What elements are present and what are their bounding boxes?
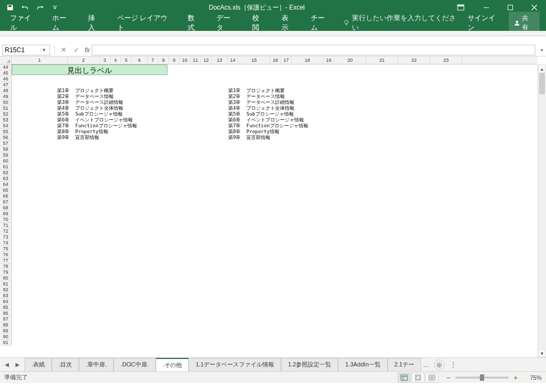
row-header[interactable]: 52 — [0, 111, 12, 117]
row-header[interactable]: 70 — [0, 217, 12, 223]
row-header[interactable]: 45 — [0, 70, 12, 76]
scroll-down-button[interactable]: ▼ — [538, 349, 546, 357]
vertical-scrollbar[interactable]: ▲ ▼ — [537, 64, 546, 357]
name-box[interactable]: R15C1 ▼ — [2, 45, 50, 55]
row-header[interactable]: 78 — [0, 264, 12, 270]
customize-qat-button[interactable] — [48, 1, 62, 14]
tabs-menu[interactable]: ⋮ — [448, 361, 459, 369]
save-button[interactable] — [3, 1, 17, 14]
column-header[interactable]: 1 — [12, 56, 68, 64]
enter-formula-button[interactable]: ✓ — [70, 46, 83, 54]
column-header[interactable]: 19 — [324, 56, 334, 64]
column-header[interactable]: 3 — [100, 56, 110, 64]
tabs-overflow[interactable]: ... — [421, 361, 431, 369]
column-header[interactable]: 9 — [169, 56, 180, 64]
sheet-tab[interactable]: 1.2参照設定一覧 — [281, 358, 338, 371]
row-header[interactable]: 64 — [0, 182, 12, 187]
column-header[interactable]: 2 — [68, 56, 100, 64]
row-header[interactable]: 76 — [0, 252, 12, 258]
zoom-out-button[interactable]: − — [445, 373, 452, 382]
row-header[interactable]: 58 — [0, 146, 12, 152]
row-header[interactable]: 61 — [0, 164, 12, 170]
row-header[interactable]: 55 — [0, 129, 12, 135]
tab-page-layout[interactable]: ページ レイアウト — [109, 15, 180, 31]
scroll-thumb[interactable] — [539, 73, 545, 94]
row-header[interactable]: 73 — [0, 234, 12, 240]
row-header[interactable]: 69 — [0, 211, 12, 217]
row-header[interactable]: 82 — [0, 287, 12, 293]
row-header[interactable]: 51 — [0, 105, 12, 111]
page-break-view-button[interactable] — [425, 373, 438, 382]
row-header[interactable]: 85 — [0, 305, 12, 311]
row-header[interactable]: 79 — [0, 270, 12, 275]
sheet-tab[interactable]: .DOC中扉. — [114, 358, 156, 371]
insert-function-button[interactable]: fx — [83, 46, 92, 54]
tab-review[interactable]: 校閲 — [244, 15, 274, 31]
column-header[interactable]: 22 — [398, 56, 430, 64]
column-header[interactable]: 17 — [281, 56, 292, 64]
row-header[interactable]: 72 — [0, 228, 12, 234]
row-header[interactable]: 66 — [0, 193, 12, 199]
undo-button[interactable] — [18, 1, 32, 14]
row-header[interactable]: 53 — [0, 117, 12, 123]
zoom-slider[interactable] — [455, 377, 509, 379]
minimize-button[interactable] — [474, 0, 498, 15]
row-header[interactable]: 63 — [0, 176, 12, 182]
tab-file[interactable]: ファイル — [2, 15, 44, 31]
tell-me-search[interactable]: 実行したい作業を入力してください — [339, 13, 461, 32]
share-button[interactable]: 共有 — [509, 12, 540, 34]
sheet-tab[interactable]: 1.1データベースファイル情報 — [189, 358, 281, 371]
tab-team[interactable]: チーム — [303, 15, 339, 31]
sheet-tab[interactable]: .その他 — [156, 358, 189, 371]
row-header[interactable]: 84 — [0, 299, 12, 305]
row-header[interactable]: 48 — [0, 88, 12, 94]
column-header[interactable]: 5 — [121, 56, 132, 64]
row-header[interactable]: 81 — [0, 281, 12, 287]
row-header[interactable]: 65 — [0, 187, 12, 193]
heading-label-cell[interactable]: 見出しラベル — [12, 64, 167, 75]
row-header[interactable]: 67 — [0, 199, 12, 205]
row-header[interactable]: 74 — [0, 240, 12, 246]
zoom-in-button[interactable]: + — [512, 373, 519, 382]
column-header[interactable]: 21 — [366, 56, 398, 64]
row-header[interactable]: 62 — [0, 170, 12, 176]
column-header[interactable]: 15 — [238, 56, 270, 64]
row-header[interactable]: 89 — [0, 328, 12, 334]
row-header[interactable]: 68 — [0, 205, 12, 211]
column-header[interactable]: 18 — [292, 56, 324, 64]
tab-insert[interactable]: 挿入 — [80, 15, 109, 31]
scroll-up-button[interactable]: ▲ — [538, 64, 546, 73]
row-header[interactable]: 49 — [0, 94, 12, 100]
cancel-formula-button[interactable]: ✕ — [57, 46, 70, 54]
row-header[interactable]: 47 — [0, 82, 12, 88]
normal-view-button[interactable] — [398, 373, 411, 382]
sheet-cells[interactable]: 見出しラベル 第1章 プロジェクト概要 第2章 データベース情報 第3章 データ… — [12, 64, 537, 357]
select-all-button[interactable] — [0, 56, 12, 64]
column-header[interactable]: 8 — [158, 56, 169, 64]
sheet-tab[interactable]: .章中扉. — [79, 358, 114, 371]
row-header[interactable]: 87 — [0, 316, 12, 322]
tab-nav-next[interactable]: ▶ — [14, 362, 21, 368]
tab-data[interactable]: データ — [208, 15, 244, 31]
add-sheet-button[interactable]: ⊕ — [434, 360, 445, 370]
column-header[interactable]: 6 — [132, 56, 148, 64]
row-header[interactable]: 88 — [0, 322, 12, 328]
row-header[interactable]: 80 — [0, 275, 12, 281]
row-header[interactable]: 71 — [0, 223, 12, 228]
row-header[interactable]: 56 — [0, 135, 12, 141]
sheet-tab[interactable]: 1.3AddIn一覧 — [338, 358, 387, 371]
column-header[interactable]: 11 — [190, 56, 201, 64]
row-header[interactable]: 86 — [0, 311, 12, 316]
sheet-tab[interactable]: 2.1テー — [388, 358, 421, 371]
page-layout-view-button[interactable] — [412, 373, 424, 382]
row-header[interactable]: 59 — [0, 152, 12, 158]
row-header[interactable]: 54 — [0, 123, 12, 129]
tab-view[interactable]: 表示 — [274, 15, 303, 31]
column-header[interactable]: 12 — [201, 56, 212, 64]
column-header[interactable]: 20 — [334, 56, 366, 64]
column-header[interactable]: 4 — [110, 56, 121, 64]
name-box-dropdown-icon[interactable]: ▼ — [40, 47, 47, 53]
row-header[interactable]: 83 — [0, 293, 12, 299]
row-header[interactable]: 46 — [0, 76, 12, 82]
row-header[interactable]: 60 — [0, 158, 12, 164]
